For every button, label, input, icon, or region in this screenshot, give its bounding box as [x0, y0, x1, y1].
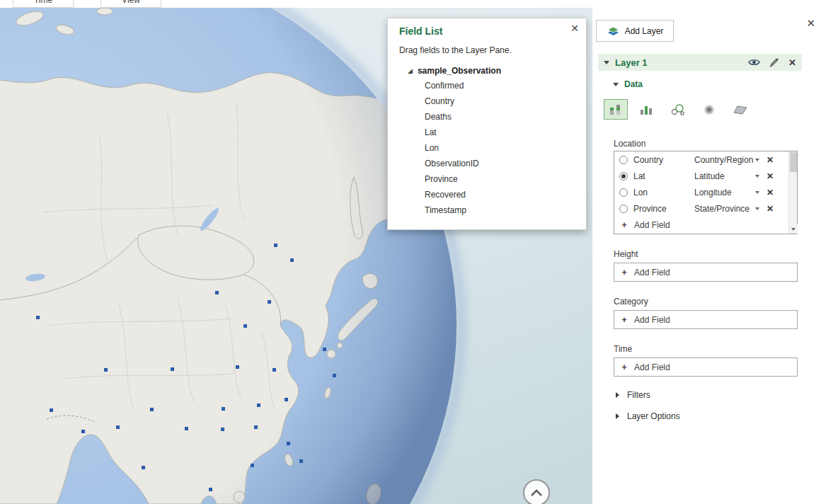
radio-lat[interactable] [619, 172, 628, 181]
layers-icon [607, 25, 620, 37]
time-label: Time [614, 344, 632, 354]
chevron-down-icon[interactable] [755, 191, 759, 194]
viz-type-heat-map[interactable] [697, 99, 721, 120]
field-item[interactable]: Lat [388, 125, 586, 140]
add-field-label: Add Field [634, 315, 670, 325]
field-item[interactable]: Lon [388, 140, 586, 156]
plus-icon [619, 219, 629, 230]
plus-icon [619, 362, 629, 372]
radio-province[interactable] [619, 205, 628, 213]
field-item[interactable]: Recovered [388, 187, 586, 202]
time-add-field[interactable]: Add Field [614, 357, 798, 377]
field-list-table-node[interactable]: sample_Observation [388, 64, 586, 78]
data-collapse-icon[interactable] [613, 83, 619, 86]
chevron-down-icon[interactable] [755, 159, 759, 161]
field-list-close-icon[interactable] [570, 23, 579, 34]
heat-map-icon [701, 103, 718, 117]
viz-type-region[interactable] [728, 99, 752, 120]
ribbon-tabs-strip: Time View [0, 0, 592, 8]
add-field-label: Add Field [634, 268, 670, 277]
location-field-list: Country Country/Region Lat Latitude Lon … [614, 151, 798, 234]
radio-lon[interactable] [619, 188, 628, 197]
layer-rename-button[interactable] [769, 57, 779, 67]
remove-field-button[interactable] [764, 188, 776, 197]
field-item[interactable]: Timestamp [388, 202, 586, 218]
location-field-name: Province [633, 204, 694, 214]
layer-options-section-header[interactable]: Layer Options [616, 411, 680, 421]
filters-section-header[interactable]: Filters [616, 390, 650, 400]
category-label: Category [614, 297, 648, 307]
geo-type-dropdown[interactable]: State/Province [694, 204, 754, 214]
add-field-label: Add Field [634, 362, 670, 372]
geo-type-dropdown[interactable]: Country/Region [694, 155, 754, 165]
viz-type-stacked-column[interactable] [604, 99, 628, 120]
remove-field-button[interactable] [764, 171, 776, 181]
plus-icon [619, 314, 629, 325]
data-section-label: Data [624, 79, 643, 89]
clustered-column-icon [638, 103, 655, 117]
layer-visibility-button[interactable] [748, 58, 760, 67]
field-item[interactable]: ObservationID [388, 156, 586, 171]
location-row: Country Country/Region [614, 151, 788, 168]
eye-icon [748, 58, 760, 67]
add-field-label: Add Field [634, 220, 670, 230]
tab-view[interactable]: View [101, 0, 161, 8]
location-field-name: Country [633, 155, 694, 165]
height-add-field[interactable]: Add Field [614, 263, 798, 282]
location-scrollbar[interactable] [788, 151, 797, 234]
chevron-down-icon [791, 228, 796, 231]
location-field-name: Lon [633, 188, 694, 197]
layer-title: Layer 1 [615, 57, 739, 68]
chevron-right-icon [616, 413, 619, 419]
location-label: Location [614, 139, 645, 149]
location-row: Lon Longitude [614, 184, 788, 200]
field-list-hint: Drag fields to the Layer Pane. [399, 45, 586, 55]
location-row: Lat Latitude [614, 168, 788, 184]
field-list-title: Field List [399, 25, 586, 37]
category-add-field[interactable]: Add Field [614, 310, 798, 329]
remove-field-button[interactable] [764, 204, 776, 214]
tab-time[interactable]: Time [13, 0, 74, 8]
bubble-icon [670, 103, 687, 117]
location-field-name: Lat [633, 171, 694, 181]
geo-type-dropdown[interactable]: Longitude [694, 188, 754, 197]
field-list-panel: Field List Drag fields to the Layer Pane… [387, 18, 587, 230]
layer-collapse-icon[interactable] [604, 61, 609, 64]
chevron-down-icon[interactable] [755, 175, 759, 178]
layer-pane-close-icon[interactable] [806, 17, 815, 30]
location-add-field[interactable]: Add Field [614, 217, 788, 233]
stacked-column-icon [607, 103, 624, 117]
layer-pane: Add Layer Layer 1 Data [592, 0, 821, 504]
layer-header[interactable]: Layer 1 [598, 54, 802, 71]
field-item[interactable]: Deaths [388, 109, 586, 125]
pencil-icon [769, 57, 779, 67]
scrollbar-down-button[interactable] [789, 224, 798, 234]
region-icon [732, 103, 749, 117]
pan-up-button[interactable] [523, 479, 550, 504]
tree-expanded-icon[interactable] [408, 67, 413, 74]
data-section-header[interactable]: Data [613, 79, 643, 89]
chevron-up-icon [529, 488, 544, 498]
field-list-tree: sample_Observation Confirmed Country Dea… [388, 64, 586, 218]
field-item[interactable]: Confirmed [388, 78, 586, 93]
scrollbar-thumb[interactable] [790, 152, 797, 172]
layer-delete-button[interactable] [788, 57, 796, 68]
geo-type-dropdown[interactable]: Latitude [694, 171, 754, 181]
visualization-type-row [604, 99, 752, 120]
chevron-right-icon [616, 392, 619, 398]
field-item[interactable]: Province [388, 171, 586, 187]
filters-label: Filters [627, 390, 650, 400]
field-item[interactable]: Country [388, 93, 586, 109]
viz-type-bubble[interactable] [666, 99, 690, 120]
table-name: sample_Observation [418, 66, 501, 76]
add-layer-label: Add Layer [625, 26, 664, 36]
height-label: Height [614, 249, 638, 259]
add-layer-button[interactable]: Add Layer [596, 20, 674, 42]
remove-field-button[interactable] [764, 155, 776, 165]
layer-options-label: Layer Options [627, 411, 680, 421]
radio-country[interactable] [619, 156, 628, 164]
3d-maps-window: Time View Field List Drag fields to the … [0, 0, 821, 504]
viz-type-clustered-column[interactable] [635, 99, 659, 120]
chevron-down-icon[interactable] [755, 207, 759, 210]
plus-icon [619, 267, 629, 277]
